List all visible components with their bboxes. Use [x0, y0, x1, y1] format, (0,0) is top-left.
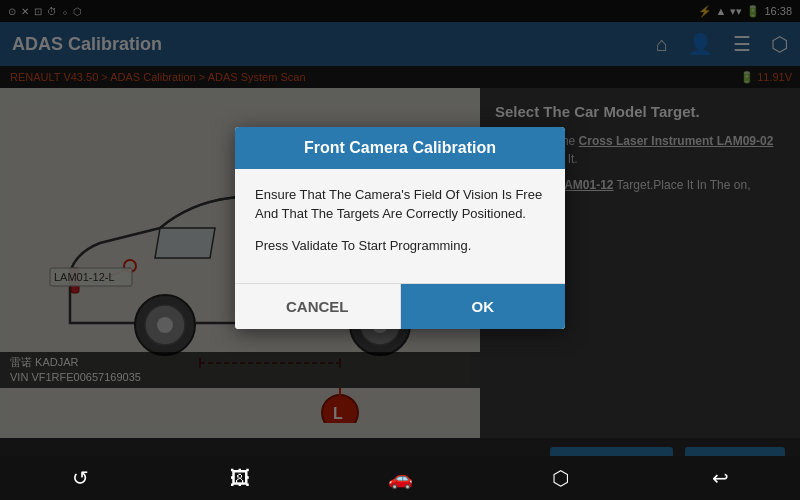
image-icon[interactable]: 🖼: [220, 467, 260, 490]
modal-cancel-button[interactable]: CANCEL: [235, 284, 401, 329]
taskbar: ↺ 🖼 🚗 ⬡ ↩: [0, 456, 800, 500]
modal-header: Front Camera Calibration: [235, 127, 565, 169]
android-home-icon[interactable]: ⬡: [540, 466, 580, 490]
back-icon[interactable]: ↩: [700, 466, 740, 490]
modal-dialog: Front Camera Calibration Ensure That The…: [235, 127, 565, 330]
refresh-icon[interactable]: ↺: [60, 466, 100, 490]
car-icon[interactable]: 🚗: [380, 466, 420, 490]
modal-body: Ensure That The Camera's Field Of Vision…: [235, 169, 565, 284]
modal-body-text-2: Press Validate To Start Programming.: [255, 236, 545, 256]
modal-body-text-1: Ensure That The Camera's Field Of Vision…: [255, 185, 545, 224]
modal-title: Front Camera Calibration: [251, 139, 549, 157]
modal-overlay: Front Camera Calibration Ensure That The…: [0, 0, 800, 456]
modal-ok-button[interactable]: OK: [401, 284, 566, 329]
modal-footer: CANCEL OK: [235, 283, 565, 329]
